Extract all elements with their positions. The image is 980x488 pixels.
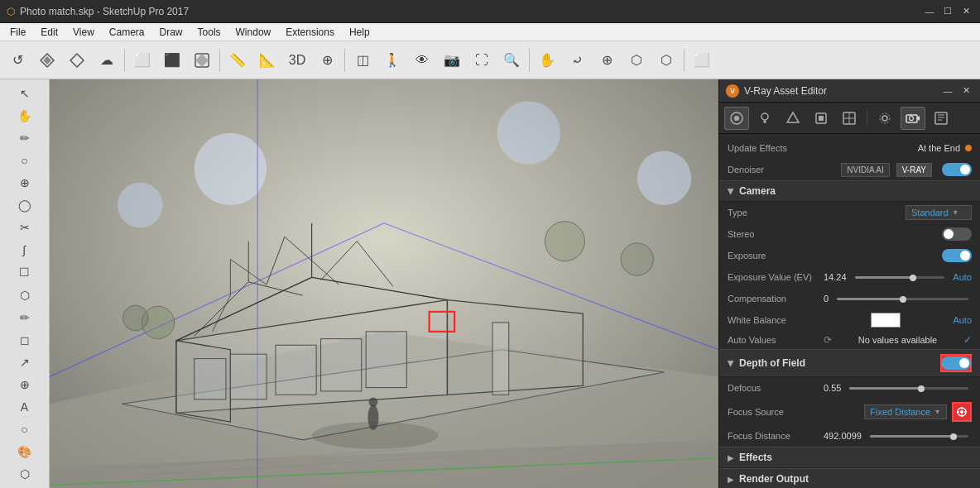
defocus-slider[interactable] [849, 387, 968, 390]
menu-file[interactable]: File [3, 25, 32, 40]
tool-cloud[interactable]: ☁ [93, 46, 121, 74]
vray-minimize-button[interactable]: — [940, 84, 955, 98]
vray-close-button[interactable]: ✕ [958, 84, 973, 98]
tool-orbit[interactable]: ↺ [3, 46, 31, 74]
canvas-area[interactable]: Background Match Photo [50, 79, 718, 488]
tool-zoom-extents[interactable]: ⛶ [468, 46, 496, 74]
tool-shape[interactable]: ⊕ [9, 172, 41, 193]
close-button[interactable]: ✕ [958, 4, 973, 19]
tool-text[interactable]: A [9, 397, 41, 418]
tool-erase[interactable]: ✂ [9, 218, 41, 238]
tool-paint[interactable]: 🎨 [9, 442, 41, 462]
tool-look-around[interactable]: 👁 [408, 46, 436, 74]
focus-source-label: Focus Source [728, 407, 819, 417]
camera-section-header[interactable]: ▶ Camera [719, 180, 980, 202]
effects-arrow-icon: ▶ [728, 453, 734, 462]
svg-rect-33 [230, 354, 267, 399]
white-balance-color[interactable] [871, 313, 901, 328]
tool-sandbox[interactable]: ⬡ [9, 464, 41, 485]
tool-last[interactable]: ⬜ [688, 46, 716, 74]
compensation-slider[interactable] [837, 298, 968, 300]
menu-edit[interactable]: Edit [34, 25, 65, 40]
white-balance-label: White Balance [728, 315, 819, 325]
vray-tab-render[interactable] [724, 107, 749, 130]
tool-pan[interactable]: ✋ [533, 46, 561, 74]
render-output-section-header[interactable]: ▶ Render Output [719, 468, 980, 488]
refresh-icon[interactable]: ⟳ [824, 334, 832, 346]
tool-section-plane[interactable]: ◫ [348, 46, 377, 74]
tool-tape[interactable]: 📏 [223, 46, 252, 74]
tool-extra2[interactable]: ⬡ [652, 46, 680, 74]
tool-dim[interactable]: ○ [9, 419, 41, 440]
menu-tools[interactable]: Tools [191, 25, 228, 40]
menu-camera[interactable]: Camera [103, 25, 151, 40]
focus-picker-button[interactable] [952, 402, 972, 422]
tool-move[interactable] [63, 46, 91, 74]
tool-pencil[interactable]: ✏ [9, 127, 41, 148]
maximize-button[interactable]: ☐ [940, 4, 955, 19]
svg-point-59 [882, 116, 887, 121]
type-dropdown-arrow: ▼ [952, 208, 959, 217]
tool-material[interactable] [188, 46, 216, 74]
menu-help[interactable]: Help [343, 25, 377, 40]
tool-arc[interactable]: ○ [9, 150, 41, 170]
dof-section-header[interactable]: ▶ Depth of Field [719, 349, 980, 377]
white-balance-auto[interactable]: Auto [953, 315, 972, 325]
denoiser-nvidia-button[interactable]: NVIDIA AI [841, 163, 889, 177]
tool-select[interactable]: ↖ [9, 83, 41, 103]
denoiser-vray-button[interactable]: V-RAY [896, 163, 932, 177]
tool-scale[interactable]: ⊕ [9, 374, 41, 395]
canvas-viewport[interactable] [50, 79, 718, 488]
tool-protractor[interactable]: 📐 [253, 46, 281, 74]
focus-source-dropdown[interactable]: Fixed Distance ▼ [864, 404, 947, 419]
vray-tab-camera[interactable] [901, 107, 925, 130]
vray-tab-textures[interactable] [837, 107, 862, 130]
tool-rect-s[interactable]: ☐ [9, 262, 41, 283]
effects-section-title: Effects [739, 452, 972, 463]
camera-section-title: Camera [739, 185, 972, 197]
tool-rotate[interactable]: ↗ [9, 352, 41, 372]
tool-component-browser[interactable]: ✋ [9, 105, 41, 126]
tool-rect[interactable]: ⬜ [128, 46, 156, 74]
focus-distance-slider[interactable] [870, 435, 968, 438]
update-effects-label: Update Effects [728, 143, 819, 153]
exposure-toggle[interactable] [942, 249, 972, 262]
vray-tab-materials[interactable] [809, 107, 833, 130]
vray-tab-lights[interactable] [752, 107, 777, 130]
vray-tab-render-output[interactable] [929, 107, 954, 130]
svg-point-6 [497, 101, 560, 164]
svg-point-73 [960, 410, 963, 414]
type-dropdown[interactable]: Standard ▼ [906, 205, 972, 220]
menu-window[interactable]: Window [229, 25, 278, 40]
vray-tab-geometry[interactable] [781, 107, 805, 130]
ev-slider[interactable] [855, 276, 945, 279]
vray-content[interactable]: Update Effects At the End Denoiser NVIDI… [719, 134, 980, 488]
dof-toggle-container[interactable] [940, 354, 972, 372]
tool-axes[interactable]: ⊕ [313, 46, 341, 74]
tool-push-pull[interactable] [33, 46, 61, 74]
tool-extra1[interactable]: ⬡ [622, 46, 651, 74]
dof-toggle[interactable] [941, 356, 971, 370]
tool-freehand[interactable]: ✏ [9, 307, 41, 328]
menu-view[interactable]: View [66, 25, 101, 40]
tool-position-camera[interactable]: 📷 [438, 46, 466, 74]
effects-section-header[interactable]: ▶ Effects [719, 447, 980, 468]
tool-component[interactable]: ⬛ [158, 46, 186, 74]
stereo-toggle[interactable] [942, 227, 972, 241]
vray-tab-settings[interactable] [872, 107, 897, 130]
tool-follow[interactable]: ∫ [9, 240, 41, 261]
tool-polygon[interactable]: ⬡ [9, 285, 41, 305]
denoiser-toggle[interactable] [942, 163, 972, 176]
tool-zoom[interactable]: 🔍 [497, 46, 526, 74]
minimize-button[interactable]: — [922, 4, 937, 19]
menu-draw[interactable]: Draw [153, 25, 190, 40]
tool-zoom2[interactable]: ⊕ [593, 46, 621, 74]
tool-offset[interactable]: ◻ [9, 329, 41, 350]
tool-orbit2[interactable]: ⤾ [563, 46, 591, 74]
tool-circle[interactable]: ◯ [9, 195, 41, 216]
tool-3d-text[interactable]: 3D [283, 46, 311, 74]
auto-values-row: Auto Values ⟳ No values available ✓ [719, 331, 980, 349]
tool-walkthrough[interactable]: 🚶 [378, 46, 406, 74]
menu-extensions[interactable]: Extensions [279, 25, 341, 40]
ev-auto[interactable]: Auto [953, 272, 972, 282]
